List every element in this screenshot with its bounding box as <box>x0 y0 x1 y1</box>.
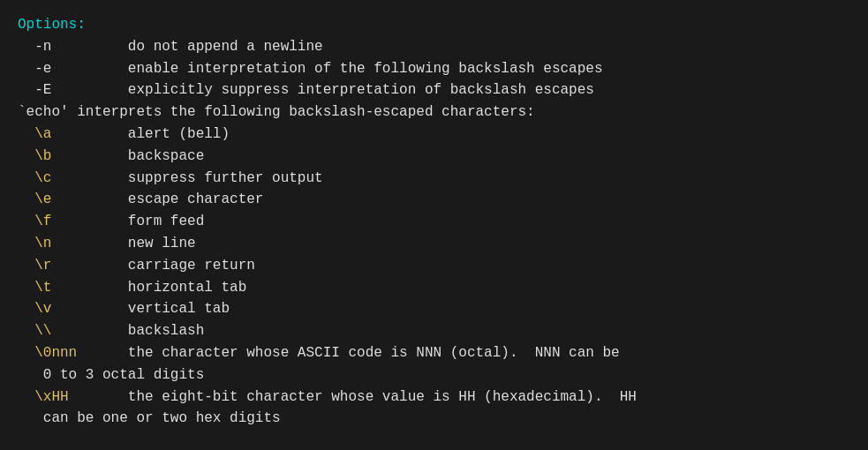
terminal-line-echo-intro: `echo' interprets the following backslas… <box>18 101 850 124</box>
terminal-line-options-header: Options: <box>18 14 850 36</box>
terminal-output: Options: -n do not append a newline -e e… <box>18 14 850 430</box>
terminal-line-escape-v: \v vertical tab <box>18 298 850 320</box>
terminal-line-escape-c: \c suppress further output <box>18 168 850 190</box>
terminal-line-escape-r: \r carriage return <box>18 255 850 277</box>
terminal-line-escape-a: \a alert (bell) <box>18 124 850 146</box>
terminal-line-escape-xhh-cont: can be one or two hex digits <box>18 408 850 430</box>
terminal-line-option-e: -e enable interpretation of the followin… <box>18 58 850 80</box>
terminal-line-option-E: -E explicitly suppress interpretation of… <box>18 79 850 101</box>
terminal-line-escape-n: \n new line <box>18 233 850 255</box>
terminal-line-escape-xhh: \xHH the eight-bit character whose value… <box>18 386 850 409</box>
terminal-line-escape-0nnn: \0nnn the character whose ASCII code is … <box>18 342 850 364</box>
terminal-line-option-n: -n do not append a newline <box>18 36 850 58</box>
terminal-line-escape-t: \t horizontal tab <box>18 277 850 299</box>
terminal-line-escape-b: \b backspace <box>18 146 850 168</box>
terminal-line-escape-e: \e escape character <box>18 189 850 211</box>
terminal-line-escape-0nnn-cont: 0 to 3 octal digits <box>18 364 850 386</box>
terminal-line-escape-bs: \\ backslash <box>18 320 850 342</box>
terminal-line-escape-f: \f form feed <box>18 211 850 233</box>
